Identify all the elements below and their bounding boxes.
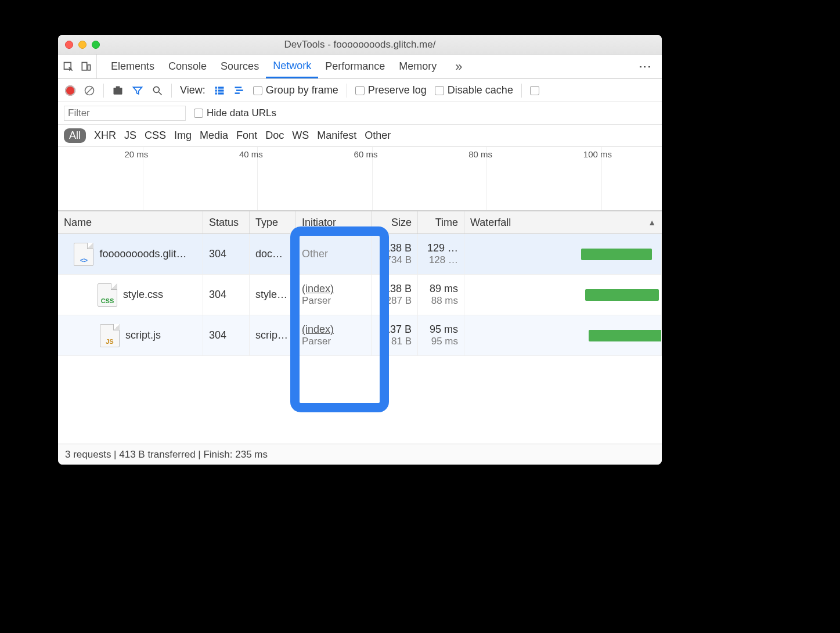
disable-cache-checkbox[interactable]: Disable cache xyxy=(435,84,513,96)
js-file-icon: JS xyxy=(100,324,120,347)
table-row[interactable]: <>foooooooods.glit…304doc…Other138 B734 … xyxy=(58,234,662,275)
timeline-tick: 40 ms xyxy=(239,149,263,159)
initiator-cell[interactable]: (index)Parser xyxy=(296,275,372,315)
col-name[interactable]: Name xyxy=(58,211,203,233)
capture-screenshots-icon[interactable] xyxy=(112,85,124,96)
tab-elements[interactable]: Elements xyxy=(104,55,161,78)
timeline-tick: 20 ms xyxy=(124,149,148,159)
large-rows-icon[interactable] xyxy=(214,85,225,96)
table-row[interactable]: JSscript.js304scrip…(index)Parser137 B81… xyxy=(58,315,662,356)
tab-performance[interactable]: Performance xyxy=(318,55,392,78)
divider xyxy=(521,84,522,98)
filter-type-ws[interactable]: WS xyxy=(292,130,309,142)
table-header-row: Name Status Type Initiator Size Time Wat… xyxy=(58,211,662,234)
network-toolbar: View: Group by frame Preserve log Disabl… xyxy=(58,79,662,102)
device-toolbar-icon[interactable] xyxy=(80,61,92,73)
tabs-overflow-button[interactable]: » xyxy=(450,59,467,74)
panel-tabs: ElementsConsoleSourcesNetworkPerformance… xyxy=(58,55,662,79)
col-waterfall[interactable]: Waterfall▲ xyxy=(464,211,662,233)
timeline-tick: 60 ms xyxy=(354,149,378,159)
css-file-icon: CSS xyxy=(98,283,117,307)
status-cell: 304 xyxy=(203,234,250,274)
col-type[interactable]: Type xyxy=(250,211,296,233)
group-by-frame-checkbox[interactable]: Group by frame xyxy=(253,84,338,96)
filter-type-css[interactable]: CSS xyxy=(145,130,166,142)
tab-network[interactable]: Network xyxy=(266,55,318,78)
group-by-frame-label: Group by frame xyxy=(266,84,338,96)
col-initiator[interactable]: Initiator xyxy=(296,211,372,233)
preserve-log-label: Preserve log xyxy=(368,84,427,96)
svg-rect-16 xyxy=(236,89,243,91)
waterfall-cell xyxy=(464,275,662,315)
devtools-window: DevTools - foooooooods.glitch.me/ Elemen… xyxy=(58,35,662,465)
filter-type-img[interactable]: Img xyxy=(174,130,192,142)
timeline-overview[interactable]: 20 ms40 ms60 ms80 ms100 ms xyxy=(58,147,662,211)
hide-data-urls-label: Hide data URLs xyxy=(207,107,276,119)
status-summary: 3 requests | 413 B transferred | Finish:… xyxy=(65,449,268,461)
col-status[interactable]: Status xyxy=(203,211,250,233)
status-cell: 304 xyxy=(203,315,250,355)
request-name: style.css xyxy=(123,289,163,301)
filter-type-doc[interactable]: Doc xyxy=(265,130,284,142)
initiator-cell[interactable]: (index)Parser xyxy=(296,315,372,355)
svg-line-4 xyxy=(86,88,92,93)
filter-input[interactable] xyxy=(64,106,186,121)
record-button[interactable] xyxy=(65,85,75,96)
filter-type-media[interactable]: Media xyxy=(200,130,228,142)
svg-line-8 xyxy=(159,92,162,95)
svg-rect-12 xyxy=(218,89,223,91)
table-body: <>foooooooods.glit…304doc…Other138 B734 … xyxy=(58,234,662,444)
initiator-cell[interactable]: Other xyxy=(296,234,372,274)
filter-type-js[interactable]: JS xyxy=(124,130,136,142)
timeline-tick: 100 ms xyxy=(583,149,612,159)
status-bar: 3 requests | 413 B transferred | Finish:… xyxy=(58,444,662,465)
filter-type-xhr[interactable]: XHR xyxy=(94,130,116,142)
svg-rect-15 xyxy=(235,87,241,88)
time-cell: 129 …128 … xyxy=(418,234,464,274)
type-cell: scrip… xyxy=(250,315,296,355)
filter-row: Hide data URLs xyxy=(58,102,662,125)
hide-data-urls-checkbox[interactable]: Hide data URLs xyxy=(194,107,276,119)
size-cell: 137 B81 B xyxy=(372,315,418,355)
divider xyxy=(347,84,347,98)
filter-type-all[interactable]: All xyxy=(64,128,86,143)
tab-sources[interactable]: Sources xyxy=(214,55,266,78)
tab-console[interactable]: Console xyxy=(161,55,214,78)
filter-type-font[interactable]: Font xyxy=(236,130,257,142)
col-time[interactable]: Time xyxy=(418,211,464,233)
col-size[interactable]: Size xyxy=(372,211,418,233)
preserve-log-checkbox[interactable]: Preserve log xyxy=(355,84,427,96)
svg-rect-9 xyxy=(215,87,217,88)
waterfall-view-icon[interactable] xyxy=(233,85,245,96)
view-label: View: xyxy=(180,84,206,96)
window-title: DevTools - foooooooods.glitch.me/ xyxy=(58,39,662,51)
svg-rect-17 xyxy=(235,92,239,94)
disable-cache-label: Disable cache xyxy=(448,84,513,96)
offline-checkbox[interactable] xyxy=(530,86,539,95)
table-row[interactable]: CSSstyle.css304style…(index)Parser138 B2… xyxy=(58,275,662,315)
network-table: Name Status Type Initiator Size Time Wat… xyxy=(58,211,662,444)
time-cell: 89 ms88 ms xyxy=(418,275,464,315)
search-icon[interactable] xyxy=(152,85,163,96)
filter-type-manifest[interactable]: Manifest xyxy=(317,130,356,142)
titlebar: DevTools - foooooooods.glitch.me/ xyxy=(58,35,662,55)
svg-rect-11 xyxy=(215,89,217,91)
filter-type-other[interactable]: Other xyxy=(365,130,391,142)
type-cell: doc… xyxy=(250,234,296,274)
type-cell: style… xyxy=(250,275,296,315)
size-cell: 138 B734 B xyxy=(372,234,418,274)
tab-memory[interactable]: Memory xyxy=(392,55,444,78)
svg-rect-5 xyxy=(114,88,122,95)
svg-rect-1 xyxy=(82,62,86,70)
timeline-tick: 80 ms xyxy=(468,149,492,159)
svg-rect-10 xyxy=(218,87,223,88)
size-cell: 138 B287 B xyxy=(372,275,418,315)
filter-icon[interactable] xyxy=(132,85,143,96)
request-name: script.js xyxy=(125,329,161,341)
inspect-element-icon[interactable] xyxy=(63,61,74,73)
svg-rect-2 xyxy=(88,64,90,70)
devtools-menu-button[interactable]: ⋮ xyxy=(633,60,657,73)
waterfall-cell xyxy=(464,234,662,274)
clear-icon[interactable] xyxy=(84,85,95,96)
status-cell: 304 xyxy=(203,275,250,315)
